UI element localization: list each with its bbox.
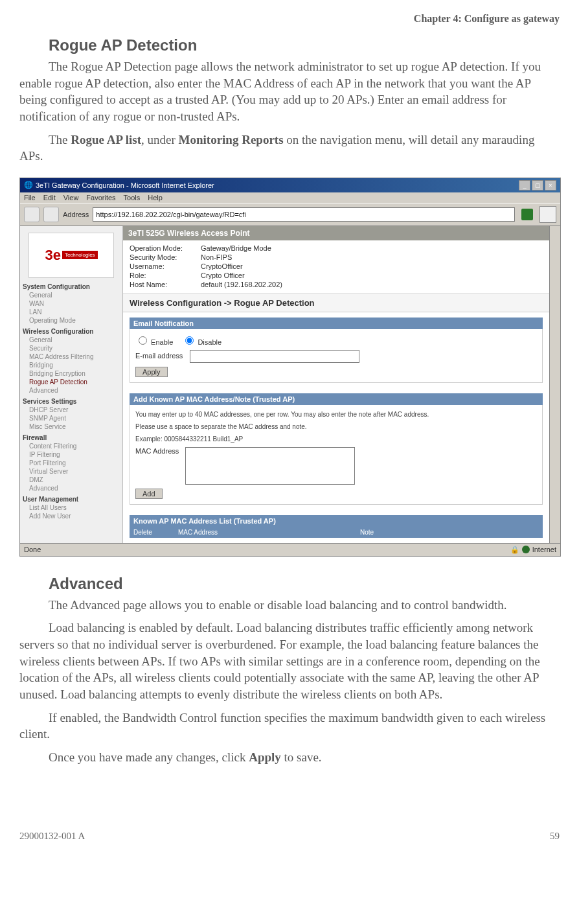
nav-ip-filtering[interactable]: IP Filtering: [23, 451, 120, 458]
text-fragment: The: [49, 133, 71, 146]
nav-general[interactable]: General: [23, 292, 120, 299]
info-role-label: Role:: [130, 271, 201, 279]
email-input[interactable]: [190, 350, 359, 363]
browser-menubar: File Edit View Favorites Tools Help: [20, 192, 560, 203]
ie-throbber-icon: [539, 206, 556, 223]
known-ap-list-header: Known AP MAC Address List (Trusted AP): [130, 515, 543, 527]
nav-snmp[interactable]: SNMP Agent: [23, 415, 120, 422]
para-adv-2: Load balancing is enabled by default. Lo…: [19, 619, 560, 702]
nav-add-user[interactable]: Add New User: [23, 513, 120, 520]
info-opmode-value: Gateway/Bridge Mode: [201, 244, 271, 252]
email-panel-header: Email Notification: [130, 318, 543, 329]
info-host-label: Host Name:: [130, 281, 201, 288]
nav-bridging-encryption[interactable]: Bridging Encryption: [23, 370, 120, 377]
heading-rogue-ap: Rogue AP Detection: [49, 36, 560, 54]
window-titlebar: 🌐 3eTI Gateway Configuration - Microsoft…: [20, 178, 560, 192]
info-role-value: Crypto Officer: [201, 271, 245, 279]
para-adv-3: If enabled, the Bandwidth Control functi…: [19, 710, 560, 743]
add-button[interactable]: Add: [135, 489, 163, 499]
nav-lan[interactable]: LAN: [23, 308, 120, 316]
status-internet: Internet: [532, 546, 556, 553]
nav-group-user-mgmt: User Management: [23, 496, 120, 503]
nav-dmz[interactable]: DMZ: [23, 476, 120, 483]
screenshot-rogue-ap-page: 🌐 3eTI Gateway Configuration - Microsoft…: [19, 178, 561, 557]
nav-group-system: System Configuration: [23, 283, 120, 290]
ie-icon: 🌐: [24, 181, 33, 189]
status-done: Done: [24, 546, 41, 554]
maximize-button[interactable]: ▢: [532, 180, 543, 191]
text-fragment: to save.: [281, 750, 322, 764]
radio-disable[interactable]: Disable: [182, 334, 221, 346]
nav-wireless-security[interactable]: Security: [23, 345, 120, 352]
col-note: Note: [360, 529, 374, 536]
info-secmode-label: Security Mode:: [130, 253, 201, 261]
close-button[interactable]: ×: [545, 180, 556, 191]
nav-rogue-ap[interactable]: Rogue AP Detection: [23, 378, 120, 386]
radio-enable[interactable]: Enable: [135, 334, 173, 346]
nav-operating-mode[interactable]: Operating Mode: [23, 317, 120, 324]
mac-address-textarea[interactable]: [185, 447, 355, 485]
page-footer: 29000132-001 A 59: [19, 831, 560, 842]
address-value: https://192.168.202.202/cgi-bin/gateway/…: [96, 211, 245, 218]
back-button[interactable]: [24, 207, 40, 222]
page-breadcrumb: Wireless Configuration -> Rogue AP Detec…: [123, 294, 549, 312]
menu-file[interactable]: File: [24, 194, 36, 202]
info-opmode-label: Operation Mode:: [130, 244, 201, 252]
go-button[interactable]: [521, 209, 533, 220]
nav-fw-advanced[interactable]: Advanced: [23, 485, 120, 492]
scrollbar[interactable]: [549, 226, 560, 543]
nav-port-filtering[interactable]: Port Filtering: [23, 459, 120, 467]
nav-wan[interactable]: WAN: [23, 300, 120, 307]
page-number: 59: [550, 831, 560, 842]
nav-virtual-server[interactable]: Virtual Server: [23, 468, 120, 475]
nav-wireless-general[interactable]: General: [23, 336, 120, 343]
doc-number: 29000132-001 A: [19, 831, 85, 842]
forward-button[interactable]: [43, 207, 59, 222]
nav-dhcp[interactable]: DHCP Server: [23, 406, 120, 413]
bold-apply: Apply: [249, 750, 281, 764]
chapter-header: Chapter 4: Configure as gateway: [19, 13, 560, 25]
radio-enable-label: Enable: [151, 338, 173, 346]
nav-misc-service[interactable]: Misc Service: [23, 423, 120, 430]
radio-disable-label: Disable: [198, 338, 221, 346]
nav-content-filtering[interactable]: Content Filtering: [23, 443, 120, 450]
mac-panel-header: Add Known AP MAC Address/Note (Trusted A…: [130, 393, 543, 405]
minimize-button[interactable]: _: [519, 180, 530, 191]
browser-toolbar: Address https://192.168.202.202/cgi-bin/…: [20, 203, 560, 226]
info-user-label: Username:: [130, 262, 201, 270]
product-title-bar: 3eTI 525G Wireless Access Point: [123, 226, 549, 240]
nav-bridging[interactable]: Bridging: [23, 362, 120, 369]
info-host-value: default (192.168.202.202): [201, 281, 282, 288]
text-fragment: Once you have made any changes, click: [49, 750, 249, 764]
globe-icon: [522, 546, 530, 553]
mac-note-1: You may enter up to 40 MAC addresses, on…: [135, 410, 537, 419]
nav-advanced[interactable]: Advanced: [23, 387, 120, 394]
window-title: 3eTI Gateway Configuration - Microsoft I…: [36, 181, 214, 189]
content-main: 3eTI 525G Wireless Access Point Operatio…: [123, 226, 549, 543]
col-mac: MAC Address: [178, 529, 218, 536]
menu-view[interactable]: View: [63, 194, 79, 202]
browser-statusbar: Done 🔒 Internet: [20, 543, 560, 556]
info-secmode-value: Non-FIPS: [201, 253, 232, 261]
sidebar-nav: 3eTechnologies System Configuration Gene…: [20, 226, 123, 543]
text-fragment: , under: [141, 133, 179, 146]
nav-group-services: Services Settings: [23, 398, 120, 405]
nav-group-wireless: Wireless Configuration: [23, 328, 120, 335]
address-bar[interactable]: https://192.168.202.202/cgi-bin/gateway/…: [93, 207, 515, 222]
nav-group-firewall: Firewall: [23, 434, 120, 441]
para-rogue-2: The Rogue AP list, under Monitoring Repo…: [19, 132, 560, 165]
mac-address-label: MAC Address: [135, 447, 179, 455]
col-delete: Delete: [133, 529, 152, 536]
device-info-block: Operation Mode:Gateway/Bridge Mode Secur…: [123, 240, 549, 294]
nav-mac-filtering[interactable]: MAC Address Filtering: [23, 353, 120, 360]
info-user-value: CryptoOfficer: [201, 262, 243, 270]
bold-monitoring-reports: Monitoring Reports: [179, 133, 284, 146]
menu-help[interactable]: Help: [148, 194, 163, 202]
menu-favorites[interactable]: Favorites: [86, 194, 115, 202]
para-adv-4: Once you have made any changes, click Ap…: [19, 749, 560, 766]
menu-tools[interactable]: Tools: [124, 194, 141, 202]
apply-button[interactable]: Apply: [135, 367, 168, 377]
para-rogue-1: The Rogue AP Detection page allows the n…: [19, 58, 560, 125]
menu-edit[interactable]: Edit: [43, 194, 56, 202]
nav-list-users[interactable]: List All Users: [23, 504, 120, 511]
